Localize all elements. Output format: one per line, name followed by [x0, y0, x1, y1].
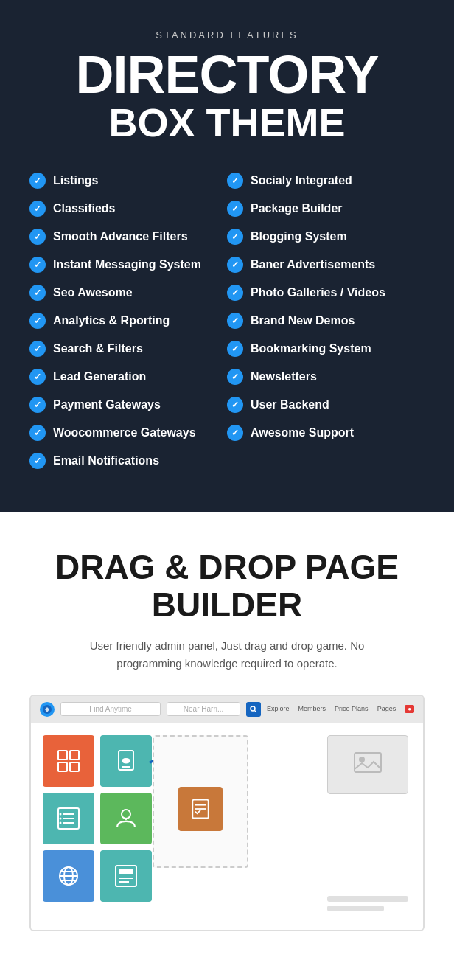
list-item: Payment Gateways: [29, 391, 227, 419]
widget-icon-1[interactable]: [43, 735, 94, 787]
feature-label: Photo Galleries / Videos: [251, 286, 385, 299]
list-item: Email Notifications: [29, 447, 227, 475]
check-icon: [227, 397, 243, 413]
check-icon: [227, 285, 243, 301]
list-item: Classifieds: [29, 195, 227, 223]
list-item: Brand New Demos: [227, 307, 425, 335]
check-icon: [227, 369, 243, 385]
widget-icon-2[interactable]: [100, 735, 152, 787]
check-icon: [227, 201, 243, 217]
dragdrop-description: User friendly admin panel, Just drag and…: [72, 637, 382, 673]
check-icon: [227, 257, 243, 273]
check-icon: [29, 229, 46, 245]
list-item: Package Builder: [227, 195, 425, 223]
feature-label: Woocommerce Gateways: [53, 426, 196, 439]
feature-label: Socialy Integrated: [251, 174, 352, 187]
features-section: STANDARD FEATURES DIRECTORY BOX THEME Li…: [0, 0, 454, 512]
check-icon: [227, 313, 243, 329]
nav-members[interactable]: Members: [298, 705, 326, 713]
features-grid: Listings Classifieds Smooth Advance Filt…: [29, 167, 425, 475]
feature-label: Baner Advertisements: [251, 258, 375, 271]
svg-point-16: [122, 810, 130, 819]
feature-label: User Backend: [251, 398, 329, 411]
browser-near-field[interactable]: Near Harri...: [167, 702, 240, 716]
svg-rect-23: [119, 869, 133, 874]
widget-icon-4[interactable]: [100, 793, 152, 844]
svg-point-15: [60, 821, 62, 824]
list-item: User Backend: [227, 391, 425, 419]
svg-rect-30: [355, 753, 381, 772]
dragdrop-section: DRAG & DROP PAGEBUILDER User friendly ad…: [0, 512, 454, 953]
svg-point-14: [60, 817, 62, 819]
feature-label: Email Notifications: [53, 454, 159, 468]
feature-label: Brand New Demos: [251, 314, 355, 327]
features-left-col: Listings Classifieds Smooth Advance Filt…: [29, 167, 227, 475]
check-icon: [29, 257, 46, 273]
nav-price-plans[interactable]: Price Plans: [335, 705, 369, 713]
feature-label: Awesome Support: [251, 426, 354, 439]
feature-label: Listings: [53, 174, 98, 187]
svg-rect-5: [58, 762, 67, 771]
check-icon: [29, 425, 46, 441]
dropped-widget: [178, 787, 223, 831]
widget-icon-3[interactable]: [43, 793, 94, 844]
check-icon: [29, 313, 46, 329]
check-icon: [29, 173, 46, 189]
check-icon: [227, 173, 243, 189]
nav-explore[interactable]: Explore: [267, 705, 290, 713]
check-icon: [29, 369, 46, 385]
dragdrop-title: DRAG & DROP PAGEBUILDER: [29, 549, 425, 623]
standard-label: STANDARD FEATURES: [29, 29, 425, 41]
list-item: Awesome Support: [227, 419, 425, 447]
list-item: Search & Filters: [29, 335, 227, 363]
widget-grid: [43, 735, 152, 902]
feature-label: Instant Messaging System: [53, 258, 201, 271]
svg-rect-22: [116, 866, 136, 886]
check-icon: [227, 341, 243, 357]
check-icon: [29, 453, 46, 469]
list-item: Listings: [29, 167, 227, 195]
feature-label: Analytics & Rporting: [53, 314, 170, 327]
list-item: Baner Advertisements: [227, 251, 425, 279]
feature-label: Lead Generation: [53, 370, 146, 383]
svg-rect-3: [58, 751, 67, 760]
widget-icon-6[interactable]: [100, 850, 152, 902]
nav-badge: ●: [405, 705, 414, 713]
check-icon: [227, 229, 243, 245]
list-item: Analytics & Rporting: [29, 307, 227, 335]
browser-search-field[interactable]: Find Anytime: [60, 702, 161, 716]
check-icon: [227, 425, 243, 441]
feature-label: Blogging System: [251, 230, 347, 243]
main-title: DIRECTORY: [29, 48, 425, 101]
svg-rect-4: [70, 751, 79, 760]
browser-search-button[interactable]: [246, 702, 261, 717]
list-item: Photo Galleries / Videos: [227, 279, 425, 307]
feature-label: Bookmarking System: [251, 342, 371, 355]
check-icon: [29, 201, 46, 217]
feature-label: Smooth Advance Filters: [53, 230, 188, 243]
feature-label: Seo Awesome: [53, 286, 133, 299]
browser-mockup: Find Anytime Near Harri... Explore Membe…: [29, 695, 425, 931]
list-item: Lead Generation: [29, 363, 227, 391]
drag-drop-zone[interactable]: [153, 735, 248, 868]
list-item: Socialy Integrated: [227, 167, 425, 195]
check-icon: [29, 285, 46, 301]
feature-label: Package Builder: [251, 202, 343, 215]
feature-label: Classifieds: [53, 202, 115, 215]
sub-title: BOX THEME: [29, 101, 425, 145]
svg-point-13: [60, 813, 62, 815]
svg-point-1: [251, 706, 255, 711]
feature-label: Payment Gateways: [53, 398, 161, 411]
browser-bar: Find Anytime Near Harri... Explore Membe…: [31, 696, 423, 723]
feature-label: Newsletters: [251, 370, 317, 383]
list-item: Woocommerce Gateways: [29, 419, 227, 447]
svg-line-2: [255, 710, 257, 712]
check-icon: [29, 397, 46, 413]
widget-icon-5[interactable]: [43, 850, 94, 902]
nav-pages[interactable]: Pages: [377, 705, 397, 713]
feature-label: Search & Filters: [53, 342, 143, 355]
image-placeholder: [327, 735, 408, 794]
list-item: Blogging System: [227, 223, 425, 251]
text-placeholder: [327, 896, 408, 915]
browser-nav: Explore Members Price Plans Pages ●: [267, 705, 414, 713]
